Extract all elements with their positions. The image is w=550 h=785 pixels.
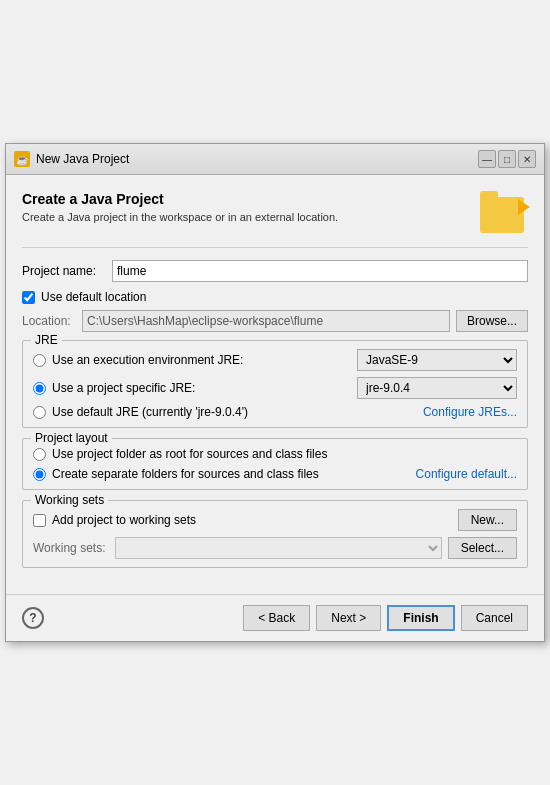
- use-default-location-checkbox[interactable]: [22, 291, 35, 304]
- project-name-label: Project name:: [22, 264, 112, 278]
- jre-option1-radio[interactable]: [33, 354, 46, 367]
- header-icon: [480, 191, 528, 239]
- close-button[interactable]: ✕: [518, 150, 536, 168]
- add-to-working-sets-label[interactable]: Add project to working sets: [52, 513, 196, 527]
- jre-option3-radio-row: Use default JRE (currently 'jre-9.0.4'): [33, 405, 423, 419]
- folder-arrow-icon: [518, 199, 530, 215]
- project-name-row: Project name:: [22, 260, 528, 282]
- select-working-sets-button[interactable]: Select...: [448, 537, 517, 559]
- working-sets-title: Working sets: [31, 493, 108, 507]
- jre-option2-label[interactable]: Use a project specific JRE:: [52, 381, 351, 395]
- layout-option2-radio-row: Create separate folders for sources and …: [33, 467, 416, 481]
- title-bar-controls: — □ ✕: [478, 150, 536, 168]
- project-name-input[interactable]: [112, 260, 528, 282]
- jre-option3-row: Use default JRE (currently 'jre-9.0.4') …: [33, 405, 517, 419]
- jre-option1-row: Use an execution environment JRE: JavaSE…: [33, 349, 517, 371]
- working-sets-label: Working sets:: [33, 541, 115, 555]
- location-label: Location:: [22, 314, 82, 328]
- browse-button[interactable]: Browse...: [456, 310, 528, 332]
- button-bar: ? < Back Next > Finish Cancel: [6, 594, 544, 641]
- layout-option1-label[interactable]: Use project folder as root for sources a…: [52, 447, 517, 461]
- jre-option3-radio[interactable]: [33, 406, 46, 419]
- button-bar-right: < Back Next > Finish Cancel: [243, 605, 528, 631]
- jre-option3-label[interactable]: Use default JRE (currently 'jre-9.0.4'): [52, 405, 423, 419]
- layout-option1-row: Use project folder as root for sources a…: [33, 447, 517, 461]
- back-button[interactable]: < Back: [243, 605, 310, 631]
- jre-group-title: JRE: [31, 333, 62, 347]
- jre-option2-row: Use a project specific JRE: jre-9.0.4: [33, 377, 517, 399]
- page-header: Create a Java Project Create a Java proj…: [22, 191, 528, 248]
- dialog-new-java-project: ☕ New Java Project — □ ✕ Create a Java P…: [5, 143, 545, 642]
- page-title: Create a Java Project: [22, 191, 338, 207]
- configure-jres-link[interactable]: Configure JREs...: [423, 405, 517, 419]
- dialog-content: Create a Java Project Create a Java proj…: [6, 175, 544, 594]
- jre-option1-label[interactable]: Use an execution environment JRE:: [52, 353, 351, 367]
- working-sets-checkbox-row: Add project to working sets New...: [33, 509, 517, 531]
- page-description: Create a Java project in the workspace o…: [22, 211, 338, 223]
- cancel-button[interactable]: Cancel: [461, 605, 528, 631]
- next-button[interactable]: Next >: [316, 605, 381, 631]
- add-to-working-sets-row: Add project to working sets: [33, 513, 458, 527]
- layout-option2-label[interactable]: Create separate folders for sources and …: [52, 467, 416, 481]
- project-layout-title: Project layout: [31, 431, 112, 445]
- title-bar-left: ☕ New Java Project: [14, 151, 129, 167]
- java-icon: ☕: [14, 151, 30, 167]
- working-sets-select[interactable]: [115, 537, 442, 559]
- use-default-location-row: Use default location: [22, 290, 528, 304]
- working-sets-group: Working sets Add project to working sets…: [22, 500, 528, 568]
- location-input: [82, 310, 450, 332]
- project-layout-group: Project layout Use project folder as roo…: [22, 438, 528, 490]
- add-to-working-sets-checkbox[interactable]: [33, 514, 46, 527]
- jre-env-select[interactable]: JavaSE-9: [357, 349, 517, 371]
- layout-option2-radio[interactable]: [33, 468, 46, 481]
- layout-option1-radio[interactable]: [33, 448, 46, 461]
- page-header-text: Create a Java Project Create a Java proj…: [22, 191, 338, 223]
- jre-option2-radio[interactable]: [33, 382, 46, 395]
- maximize-button[interactable]: □: [498, 150, 516, 168]
- use-default-location-label[interactable]: Use default location: [41, 290, 146, 304]
- configure-default-link[interactable]: Configure default...: [416, 467, 517, 481]
- layout-option2-row: Create separate folders for sources and …: [33, 467, 517, 481]
- finish-button[interactable]: Finish: [387, 605, 454, 631]
- help-button[interactable]: ?: [22, 607, 44, 629]
- working-sets-select-row: Working sets: Select...: [33, 537, 517, 559]
- jre-specific-select[interactable]: jre-9.0.4: [357, 377, 517, 399]
- folder-icon: [480, 197, 524, 233]
- jre-group: JRE Use an execution environment JRE: Ja…: [22, 340, 528, 428]
- location-row: Location: Browse...: [22, 310, 528, 332]
- minimize-button[interactable]: —: [478, 150, 496, 168]
- new-working-set-button[interactable]: New...: [458, 509, 517, 531]
- title-bar: ☕ New Java Project — □ ✕: [6, 144, 544, 175]
- title-bar-text: New Java Project: [36, 152, 129, 166]
